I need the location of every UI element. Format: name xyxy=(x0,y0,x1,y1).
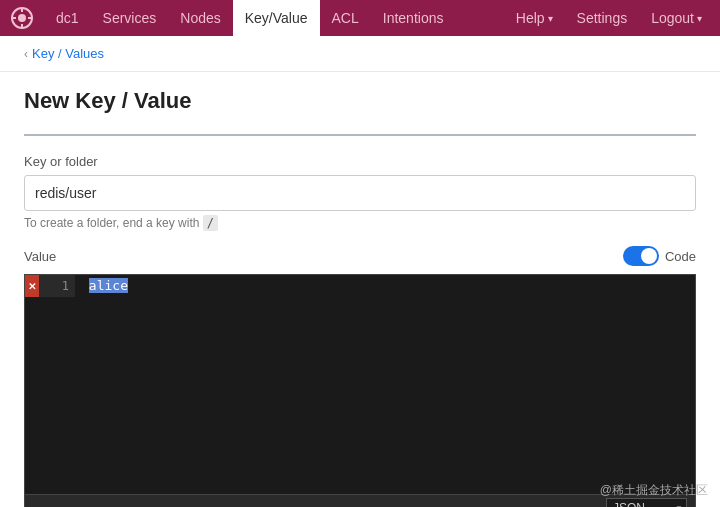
code-toggle-container: Code xyxy=(623,246,696,266)
code-editor[interactable]: ✕ 1 alice xyxy=(24,274,696,494)
svg-point-1 xyxy=(18,14,26,22)
nav-item-keyvalue[interactable]: Key/Value xyxy=(233,0,320,36)
top-navigation: dc1 Services Nodes Key/Value ACL Intenti… xyxy=(0,0,720,36)
app-logo xyxy=(8,4,36,32)
watermark: @稀土掘金技术社区 xyxy=(600,482,708,499)
nav-logout[interactable]: Logout ▾ xyxy=(641,0,712,36)
nav-settings[interactable]: Settings xyxy=(567,0,638,36)
breadcrumb-chevron-icon: ‹ xyxy=(24,47,28,61)
format-select-wrapper: JSON Plain Text Base64 YAML xyxy=(606,498,687,507)
line-number-1: 1 xyxy=(39,275,75,297)
main-content: New Key / Value Key or folder To create … xyxy=(0,71,720,507)
line-error-indicator: ✕ xyxy=(25,275,39,297)
value-label: Value xyxy=(24,249,56,264)
logout-arrow-icon: ▾ xyxy=(697,13,702,24)
editor-footer: JSON Plain Text Base64 YAML xyxy=(24,494,696,507)
key-label: Key or folder xyxy=(24,154,696,169)
nav-item-acl[interactable]: ACL xyxy=(320,0,371,36)
nav-help[interactable]: Help ▾ xyxy=(506,0,563,36)
format-select[interactable]: JSON Plain Text Base64 YAML xyxy=(606,498,687,507)
key-input[interactable] xyxy=(24,175,696,211)
hint-code: / xyxy=(203,215,218,231)
nav-left: dc1 Services Nodes Key/Value ACL Intenti… xyxy=(8,0,455,36)
dc-label: dc1 xyxy=(44,10,91,26)
nav-item-nodes[interactable]: Nodes xyxy=(168,0,232,36)
help-arrow-icon: ▾ xyxy=(548,13,553,24)
nav-item-services[interactable]: Services xyxy=(91,0,169,36)
value-header: Value Code xyxy=(24,246,696,266)
breadcrumb-link[interactable]: Key / Values xyxy=(32,46,104,61)
key-field-section: Key or folder To create a folder, end a … xyxy=(24,136,696,230)
code-line-1: ✕ 1 alice xyxy=(25,275,695,297)
code-toggle-label: Code xyxy=(665,249,696,264)
key-hint: To create a folder, end a key with / xyxy=(24,216,696,230)
value-section: Value Code ✕ 1 alice JSON Plain Text Bas… xyxy=(24,246,696,507)
code-toggle-switch[interactable] xyxy=(623,246,659,266)
nav-item-intentions[interactable]: Intentions xyxy=(371,0,456,36)
nav-right: Help ▾ Settings Logout ▾ xyxy=(506,0,712,36)
line-content-1: alice xyxy=(75,275,695,296)
breadcrumb: ‹ Key / Values xyxy=(0,36,720,71)
cursor-highlight: alice xyxy=(89,278,128,293)
page-title: New Key / Value xyxy=(24,72,696,136)
